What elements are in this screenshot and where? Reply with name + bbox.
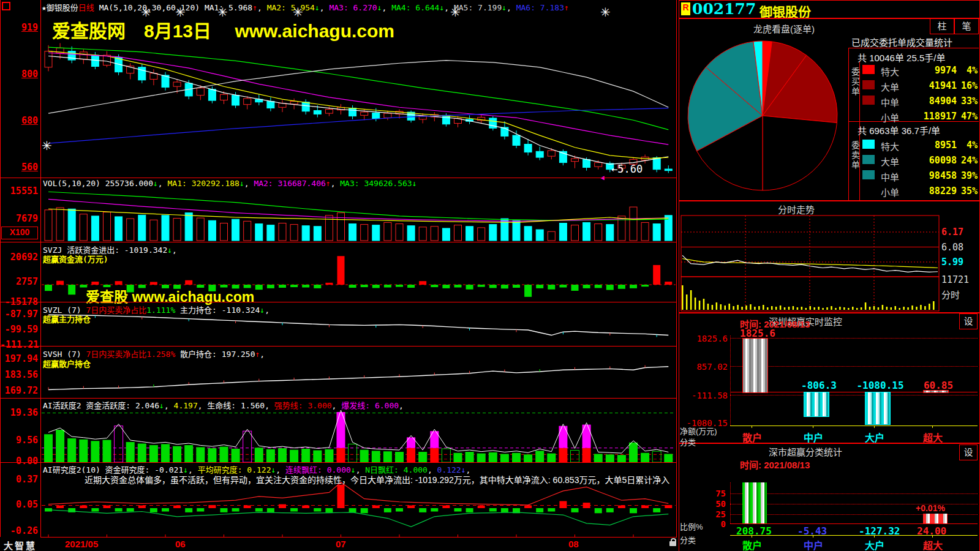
monitor-bar-value: 1825.6 (733, 328, 782, 339)
classify-axis-left-label: 比例% (680, 520, 703, 532)
classify-category-label: 散户 (742, 538, 762, 551)
legend-value: 98458 (900, 170, 957, 181)
vol-axis-label: 15551 (0, 186, 38, 197)
last-price-annotation: ←5.60 (611, 163, 643, 175)
legend-label: 特大 (881, 140, 899, 152)
classify-title: 深市超赢分类统计 (769, 445, 842, 458)
svzl-subtitle: 超赢主力持仓 (43, 313, 91, 324)
legend-label: 大单 (881, 155, 899, 168)
lock-icon[interactable] (669, 541, 676, 546)
legend-pct: 35% (957, 186, 978, 197)
monitor-axis-left-label: 净额(万元) (680, 425, 717, 437)
monitor-y-label: -111.58 (674, 391, 728, 400)
ai-axis-label: 19.36 (0, 407, 38, 418)
classify-bar-value: -5.43 (797, 525, 840, 537)
monitor-gridline (730, 395, 978, 395)
buy-summary: 共 10046单 25.5手/单 (858, 51, 945, 64)
window-icon[interactable] (2, 2, 10, 10)
legend-value: 118917 (900, 111, 957, 122)
monitor-settings-button[interactable]: 设 (959, 313, 978, 329)
legend-label: 中单 (881, 170, 899, 183)
res-axis-label: 0.37 (0, 474, 38, 485)
stock-code[interactable]: 002177 (692, 0, 756, 18)
monitor-tick (932, 425, 933, 428)
monitor-axis-left-label: 分类 (680, 436, 696, 448)
svzj-axis-label: 20692 (0, 252, 38, 263)
monitor-bar-value: -806.3 (794, 380, 843, 391)
svzj-subtitle: 超赢资金流(万元) (43, 253, 108, 264)
classify-axis-left-label: 分类 (680, 534, 696, 545)
candlestick-series (45, 43, 672, 173)
watermark-star-icon: ✳ (175, 5, 186, 20)
vol-axis-label: 7679 (0, 213, 38, 224)
main-axis-label: 560 (0, 162, 38, 173)
svzj-axis-label: 2757 (0, 276, 38, 287)
intraday-price-low: 5.99 (941, 257, 963, 268)
ai-research-series (42, 482, 676, 527)
svsh-axis-label: 197.94 (0, 353, 38, 364)
res-axis-label: -0.26 (0, 525, 38, 536)
app-window: ★御银股份日线 MA(5,10,20,30,60,120) MA1: 5.968… (0, 0, 980, 551)
svzl-axis-label: -111.21 (0, 339, 38, 350)
watermark-star-icon: ✳ (42, 138, 52, 153)
watermark-star-icon: ✳ (141, 5, 151, 20)
intraday-vol-label: 11721 (941, 274, 969, 285)
ai-axis-label: 0.00 (0, 455, 38, 467)
legend-pct: 4% (957, 140, 978, 151)
main-chart-title: ★御银股份日线 MA(5,10,20,30,60,120) MA1: 5.968… (42, 1, 569, 13)
classify-bar-value: -127.32 (859, 525, 902, 537)
classify-category-label: 中户 (804, 538, 823, 551)
vol-header: VOL(5,10,20) 255736.000↓, MA1: 320292.18… (43, 179, 417, 188)
intraday-mode-label[interactable]: 分时 (941, 288, 960, 301)
monitor-category-label: 大户 (865, 430, 884, 444)
legend-value: 9974 (900, 65, 957, 76)
monitor-bar-value: 60.85 (914, 380, 963, 391)
tab-tick[interactable]: 笔 (954, 18, 979, 34)
classify-category-label: 超大 (923, 538, 943, 551)
time-axis-label: 08 (568, 539, 579, 549)
intraday-chart (679, 200, 980, 312)
classify-annotation: +0.01% (916, 503, 945, 513)
intraday-price-mid: 6.08 (941, 242, 963, 253)
intraday-price-high: 6.17 (941, 227, 963, 238)
main-axis-label: 919 (0, 22, 38, 33)
monitor-tick (752, 425, 752, 428)
ai-activity-series (42, 410, 676, 462)
classify-settings-button[interactable]: 设 (959, 444, 978, 460)
legend-chip (862, 170, 875, 179)
legend-label: 特大 (881, 65, 899, 78)
legend-label: 小单 (881, 111, 899, 124)
classify-bar (742, 482, 767, 523)
legend-value: 60098 (900, 155, 957, 166)
volume-series (45, 192, 672, 241)
classify-y-label: 50 (692, 499, 726, 509)
legend-pct: 47% (957, 111, 978, 122)
app-logo: 大智慧 (4, 539, 37, 551)
svsh-axis-label: 169.72 (0, 385, 38, 396)
res-axis-label: 0.05 (0, 499, 38, 510)
legend-value: 88229 (900, 186, 957, 197)
monitor-axis (730, 335, 731, 425)
monitor-bar (804, 392, 829, 417)
tab-column[interactable]: 柱 (930, 18, 954, 34)
watermark-star-icon: ✳ (600, 5, 611, 20)
svzl-axis-label: -99.59 (0, 324, 38, 335)
watermark-star-icon: ✳ (217, 5, 228, 20)
classify-bar-value: 208.75 (736, 525, 779, 537)
legend-chip (862, 96, 875, 105)
main-axis-label: 680 (0, 115, 38, 126)
monitor-y-label: 857.02 (674, 362, 728, 372)
ai-axis-label: 9.56 (0, 435, 38, 446)
monitor-bar (865, 392, 891, 425)
ai-activity-header: AI活跃度2 资金活跃度: 2.046↓, 4.197, 生命线: 1.560,… (43, 399, 404, 411)
legend-label: 大单 (881, 80, 899, 93)
legend-pct: 39% (957, 170, 978, 181)
ai-research-note: 近期大资金总体偏多，虽不活跃，但有异动，宜关注大资金的持续性，今日大单净流出: … (85, 473, 673, 485)
svzj-axis-label: -15178 (0, 296, 38, 307)
monitor-y-label: 1825.6 (674, 334, 728, 343)
classify-y-label: 25 (692, 509, 726, 519)
sell-summary: 共 6963单 36.7手/单 (858, 124, 940, 137)
watermark-star-icon: ✳ (450, 5, 461, 20)
classify-y-label: 75 (692, 489, 726, 498)
classify-axis (730, 482, 731, 523)
